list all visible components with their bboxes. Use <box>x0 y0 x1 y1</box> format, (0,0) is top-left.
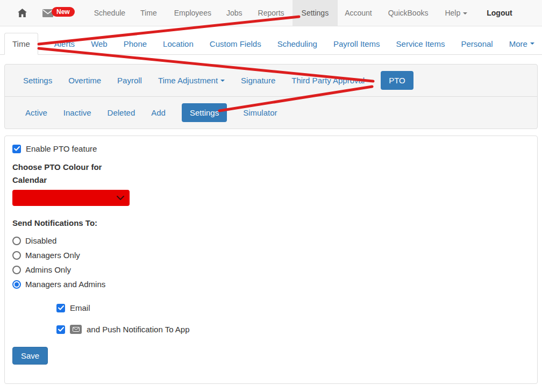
caret-down-icon <box>530 42 534 45</box>
radio-disabled[interactable] <box>12 237 21 245</box>
topnav-item-reports[interactable]: Reports <box>258 9 284 17</box>
pto-settings-page: New Schedule Time Employees Jobs Reports… <box>0 0 542 392</box>
home-icon <box>18 9 27 17</box>
pto-nav-add[interactable]: Add <box>151 108 166 117</box>
pto-settings-form: Enable PTO feature Choose PTO Colour for… <box>4 136 538 384</box>
tab-time[interactable]: Time <box>4 33 38 55</box>
enable-pto-label: Enable PTO feature <box>26 144 97 153</box>
tab-scheduling[interactable]: Scheduling <box>277 33 317 54</box>
radio-admins-only[interactable] <box>12 266 21 274</box>
radio-row: Managers Only <box>12 251 80 260</box>
caret-down-icon <box>463 12 467 15</box>
topnav-item-help[interactable]: Help <box>445 9 467 17</box>
subnav-item-pto[interactable]: PTO <box>381 71 413 90</box>
pto-subnav: Active Inactive Deleted Add Settings Sim… <box>5 97 537 129</box>
subnav-item-payroll[interactable]: Payroll <box>117 76 142 85</box>
pto-nav-simulator[interactable]: Simulator <box>243 108 277 117</box>
topnav-item-account[interactable]: Account <box>345 9 372 17</box>
radio-managers-and-admins-label: Managers and Admins <box>25 280 105 289</box>
enable-pto-row: Enable PTO feature <box>12 144 97 153</box>
pto-nav-active[interactable]: Active <box>25 108 47 117</box>
subnav-item-settings[interactable]: Settings <box>23 76 52 85</box>
topnav-item-schedule[interactable]: Schedule <box>94 9 125 17</box>
enable-pto-checkbox[interactable] <box>12 145 21 153</box>
tab-payroll-items[interactable]: Payroll Items <box>333 33 380 54</box>
subnav-item-overtime[interactable]: Overtime <box>68 76 101 85</box>
push-checkbox[interactable] <box>56 325 65 334</box>
save-button[interactable]: Save <box>12 347 48 365</box>
tab-phone[interactable]: Phone <box>124 33 147 54</box>
radio-managers-only[interactable] <box>12 251 21 260</box>
chevron-down-icon <box>117 196 124 200</box>
top-navbar: New Schedule Time Employees Jobs Reports… <box>0 0 542 26</box>
topnav-item-logout[interactable]: Logout <box>487 9 512 17</box>
caret-down-icon <box>220 80 225 82</box>
pto-colour-select[interactable] <box>12 190 130 206</box>
topnav-item-settings[interactable]: Settings <box>293 0 338 26</box>
push-notification-row: and Push Notification To App <box>56 325 190 334</box>
settings-tab-bar: Time Alerts Web Phone Location Custom Fi… <box>0 33 542 55</box>
tab-web[interactable]: Web <box>91 33 108 54</box>
tab-location[interactable]: Location <box>163 33 194 54</box>
pto-colour-label: Choose PTO Colour for Calendar <box>12 161 105 187</box>
radio-row: Admins Only <box>12 265 71 274</box>
radio-admins-only-label: Admins Only <box>25 265 71 274</box>
messages-button[interactable]: New <box>42 8 75 18</box>
topnav-item-employees[interactable]: Employees <box>174 9 211 17</box>
time-settings-nav: Settings Overtime Payroll Time Adjustmen… <box>5 65 537 97</box>
email-row: Email <box>56 303 90 312</box>
subnav-item-third-party-approval[interactable]: Third Party Approval <box>291 76 365 85</box>
radio-managers-and-admins[interactable] <box>12 280 21 289</box>
time-settings-subnav-panel: Settings Overtime Payroll Time Adjustmen… <box>4 64 538 129</box>
subnav-item-time-adjustment[interactable]: Time Adjustment <box>158 76 225 85</box>
radio-row: Managers and Admins <box>12 280 105 289</box>
topnav-item-time[interactable]: Time <box>140 9 157 17</box>
pto-nav-settings[interactable]: Settings <box>182 103 227 122</box>
topnav-item-quickbooks[interactable]: QuickBooks <box>388 9 429 17</box>
pto-nav-deleted[interactable]: Deleted <box>108 108 136 117</box>
pto-nav-inactive[interactable]: Inactive <box>63 108 91 117</box>
push-label: and Push Notification To App <box>87 325 190 334</box>
tab-alerts[interactable]: Alerts <box>54 33 75 54</box>
email-checkbox[interactable] <box>56 304 65 312</box>
home-button[interactable] <box>18 9 27 17</box>
email-label: Email <box>70 303 90 312</box>
radio-managers-only-label: Managers Only <box>25 251 80 260</box>
tab-custom-fields[interactable]: Custom Fields <box>210 33 261 54</box>
tab-more[interactable]: More <box>509 33 534 54</box>
new-badge: New <box>52 7 75 17</box>
radio-row: Disabled <box>12 236 56 245</box>
send-notifications-label: Send Notifications To: <box>12 218 97 227</box>
envelope-icon <box>70 325 82 334</box>
radio-disabled-label: Disabled <box>25 236 56 245</box>
tab-personal[interactable]: Personal <box>461 33 493 54</box>
tab-service-items[interactable]: Service Items <box>396 33 445 54</box>
subnav-item-signature[interactable]: Signature <box>241 76 275 85</box>
topnav-item-jobs[interactable]: Jobs <box>226 9 243 17</box>
